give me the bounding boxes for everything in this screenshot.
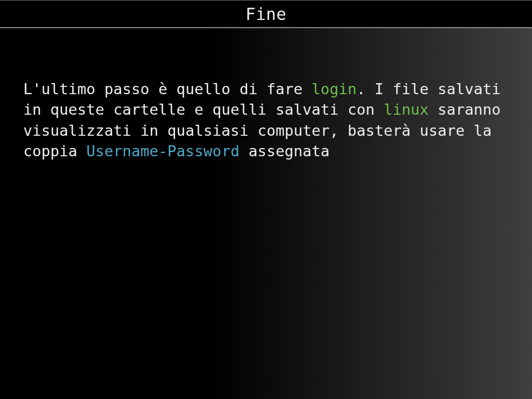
body-text: L'ultimo passo è quello di fare login. I… [23, 79, 511, 161]
slide: Fine L'ultimo passo è quello di fare log… [0, 0, 532, 399]
body-part1: L'ultimo passo è quello di fare [23, 80, 311, 98]
slide-body: L'ultimo passo è quello di fare login. I… [0, 28, 532, 161]
slide-title: Fine [245, 4, 287, 24]
title-divider [0, 27, 532, 28]
title-bar: Fine [0, 0, 532, 28]
body-part4: assegnata [239, 142, 330, 160]
body-login: login [311, 80, 356, 98]
body-userpass: Username-Password [86, 142, 239, 160]
body-linux: linux [383, 101, 428, 118]
